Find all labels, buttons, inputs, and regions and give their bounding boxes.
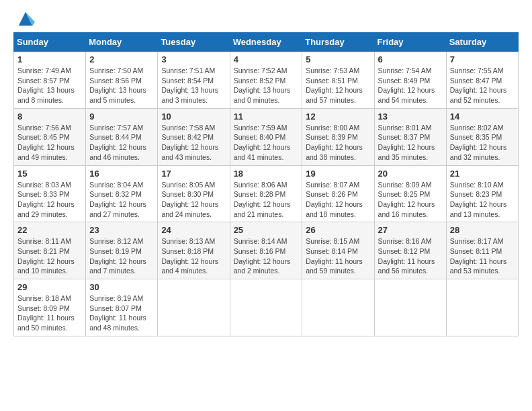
day-number: 8 [17, 111, 82, 122]
calendar-cell: 24 Sunrise: 8:13 AM Sunset: 8:18 PM Dayl… [158, 222, 230, 279]
day-number: 10 [161, 111, 226, 122]
header-friday: Friday [374, 33, 446, 52]
calendar-cell: 3 Sunrise: 7:51 AM Sunset: 8:54 PM Dayli… [158, 52, 230, 109]
day-number: 5 [306, 54, 370, 64]
week-row-5: 29 Sunrise: 8:18 AM Sunset: 8:09 PM Dayl… [14, 279, 519, 336]
header-tuesday: Tuesday [158, 33, 230, 52]
calendar-cell: 16 Sunrise: 8:04 AM Sunset: 8:32 PM Dayl… [86, 165, 158, 222]
day-number: 14 [450, 111, 515, 122]
header-thursday: Thursday [302, 33, 374, 52]
day-number: 27 [378, 225, 443, 235]
header-wednesday: Wednesday [230, 33, 302, 52]
calendar-cell: 13 Sunrise: 8:01 AM Sunset: 8:37 PM Dayl… [374, 108, 446, 165]
day-info: Sunrise: 7:54 AM Sunset: 8:49 PM Dayligh… [378, 66, 443, 105]
week-row-3: 15 Sunrise: 8:03 AM Sunset: 8:33 PM Dayl… [14, 165, 519, 222]
calendar-cell: 17 Sunrise: 8:05 AM Sunset: 8:30 PM Dayl… [158, 165, 230, 222]
calendar-cell: 18 Sunrise: 8:06 AM Sunset: 8:28 PM Dayl… [230, 165, 302, 222]
day-info: Sunrise: 7:57 AM Sunset: 8:44 PM Dayligh… [89, 123, 154, 163]
day-info: Sunrise: 8:06 AM Sunset: 8:28 PM Dayligh… [234, 180, 299, 220]
day-info: Sunrise: 7:56 AM Sunset: 8:45 PM Dayligh… [17, 123, 82, 163]
day-info: Sunrise: 7:52 AM Sunset: 8:52 PM Dayligh… [234, 66, 299, 105]
calendar-table: SundayMondayTuesdayWednesdayThursdayFrid… [13, 32, 519, 336]
day-info: Sunrise: 8:01 AM Sunset: 8:37 PM Dayligh… [378, 123, 443, 163]
day-info: Sunrise: 7:55 AM Sunset: 8:47 PM Dayligh… [450, 66, 515, 105]
day-info: Sunrise: 8:00 AM Sunset: 8:39 PM Dayligh… [306, 123, 370, 163]
calendar-cell: 1 Sunrise: 7:49 AM Sunset: 8:57 PM Dayli… [14, 52, 86, 109]
day-number: 23 [89, 225, 154, 235]
day-number: 9 [89, 111, 154, 122]
logo [13, 16, 35, 28]
header-sunday: Sunday [14, 33, 86, 52]
calendar-cell: 27 Sunrise: 8:16 AM Sunset: 8:12 PM Dayl… [374, 222, 446, 279]
day-info: Sunrise: 8:13 AM Sunset: 8:18 PM Dayligh… [161, 236, 226, 276]
day-number: 20 [378, 169, 443, 179]
day-info: Sunrise: 8:17 AM Sunset: 8:11 PM Dayligh… [450, 236, 515, 276]
day-info: Sunrise: 7:50 AM Sunset: 8:56 PM Dayligh… [89, 66, 154, 105]
day-number: 18 [234, 169, 299, 179]
calendar-cell: 28 Sunrise: 8:17 AM Sunset: 8:11 PM Dayl… [446, 222, 518, 279]
day-number: 25 [234, 225, 299, 235]
day-number: 29 [17, 282, 82, 292]
day-info: Sunrise: 7:58 AM Sunset: 8:42 PM Dayligh… [161, 123, 226, 163]
day-info: Sunrise: 8:16 AM Sunset: 8:12 PM Dayligh… [378, 236, 443, 276]
calendar-cell: 11 Sunrise: 7:59 AM Sunset: 8:40 PM Dayl… [230, 108, 302, 165]
day-info: Sunrise: 7:53 AM Sunset: 8:51 PM Dayligh… [306, 66, 370, 105]
calendar-cell: 12 Sunrise: 8:00 AM Sunset: 8:39 PM Dayl… [302, 108, 374, 165]
day-info: Sunrise: 8:11 AM Sunset: 8:21 PM Dayligh… [17, 236, 82, 276]
day-info: Sunrise: 8:05 AM Sunset: 8:30 PM Dayligh… [161, 180, 226, 220]
day-info: Sunrise: 8:14 AM Sunset: 8:16 PM Dayligh… [234, 236, 299, 276]
calendar-cell: 23 Sunrise: 8:12 AM Sunset: 8:19 PM Dayl… [86, 222, 158, 279]
calendar-cell: 30 Sunrise: 8:19 AM Sunset: 8:07 PM Dayl… [86, 279, 158, 336]
calendar-cell: 4 Sunrise: 7:52 AM Sunset: 8:52 PM Dayli… [230, 52, 302, 109]
calendar-cell: 10 Sunrise: 7:58 AM Sunset: 8:42 PM Dayl… [158, 108, 230, 165]
day-number: 4 [234, 54, 299, 64]
header-monday: Monday [86, 33, 158, 52]
day-number: 6 [378, 54, 443, 64]
calendar-cell: 22 Sunrise: 8:11 AM Sunset: 8:21 PM Dayl… [14, 222, 86, 279]
calendar-cell [374, 279, 446, 336]
calendar-cell: 20 Sunrise: 8:09 AM Sunset: 8:25 PM Dayl… [374, 165, 446, 222]
day-info: Sunrise: 7:51 AM Sunset: 8:54 PM Dayligh… [161, 66, 226, 105]
day-info: Sunrise: 8:04 AM Sunset: 8:32 PM Dayligh… [89, 180, 154, 220]
calendar-cell: 15 Sunrise: 8:03 AM Sunset: 8:33 PM Dayl… [14, 165, 86, 222]
day-info: Sunrise: 8:18 AM Sunset: 8:09 PM Dayligh… [17, 293, 82, 333]
logo-icon [16, 9, 35, 28]
day-number: 26 [306, 225, 370, 235]
calendar-cell: 8 Sunrise: 7:56 AM Sunset: 8:45 PM Dayli… [14, 108, 86, 165]
day-number: 22 [17, 225, 82, 235]
calendar-cell: 26 Sunrise: 8:15 AM Sunset: 8:14 PM Dayl… [302, 222, 374, 279]
calendar-cell: 9 Sunrise: 7:57 AM Sunset: 8:44 PM Dayli… [86, 108, 158, 165]
week-row-2: 8 Sunrise: 7:56 AM Sunset: 8:45 PM Dayli… [14, 108, 519, 165]
day-number: 19 [306, 169, 370, 179]
day-info: Sunrise: 8:02 AM Sunset: 8:35 PM Dayligh… [450, 123, 515, 163]
calendar-cell: 19 Sunrise: 8:07 AM Sunset: 8:26 PM Dayl… [302, 165, 374, 222]
day-number: 12 [306, 111, 370, 122]
day-info: Sunrise: 8:19 AM Sunset: 8:07 PM Dayligh… [89, 293, 154, 333]
calendar-cell: 6 Sunrise: 7:54 AM Sunset: 8:49 PM Dayli… [374, 52, 446, 109]
calendar-cell [446, 279, 518, 336]
calendar-cell: 5 Sunrise: 7:53 AM Sunset: 8:51 PM Dayli… [302, 52, 374, 109]
day-info: Sunrise: 7:49 AM Sunset: 8:57 PM Dayligh… [17, 66, 82, 105]
calendar-cell: 21 Sunrise: 8:10 AM Sunset: 8:23 PM Dayl… [446, 165, 518, 222]
day-number: 1 [17, 54, 82, 64]
day-number: 15 [17, 169, 82, 179]
calendar-cell: 7 Sunrise: 7:55 AM Sunset: 8:47 PM Dayli… [446, 52, 518, 109]
header [13, 13, 519, 28]
calendar-cell: 14 Sunrise: 8:02 AM Sunset: 8:35 PM Dayl… [446, 108, 518, 165]
calendar-cell [230, 279, 302, 336]
day-info: Sunrise: 7:59 AM Sunset: 8:40 PM Dayligh… [234, 123, 299, 163]
day-number: 21 [450, 169, 515, 179]
day-number: 24 [161, 225, 226, 235]
day-number: 28 [450, 225, 515, 235]
calendar-cell [158, 279, 230, 336]
day-number: 13 [378, 111, 443, 122]
header-row: SundayMondayTuesdayWednesdayThursdayFrid… [14, 33, 519, 52]
day-info: Sunrise: 8:03 AM Sunset: 8:33 PM Dayligh… [17, 180, 82, 220]
day-info: Sunrise: 8:09 AM Sunset: 8:25 PM Dayligh… [378, 180, 443, 220]
week-row-4: 22 Sunrise: 8:11 AM Sunset: 8:21 PM Dayl… [14, 222, 519, 279]
calendar-cell: 2 Sunrise: 7:50 AM Sunset: 8:56 PM Dayli… [86, 52, 158, 109]
day-number: 3 [161, 54, 226, 64]
day-number: 30 [89, 282, 154, 292]
calendar-cell: 29 Sunrise: 8:18 AM Sunset: 8:09 PM Dayl… [14, 279, 86, 336]
day-number: 11 [234, 111, 299, 122]
